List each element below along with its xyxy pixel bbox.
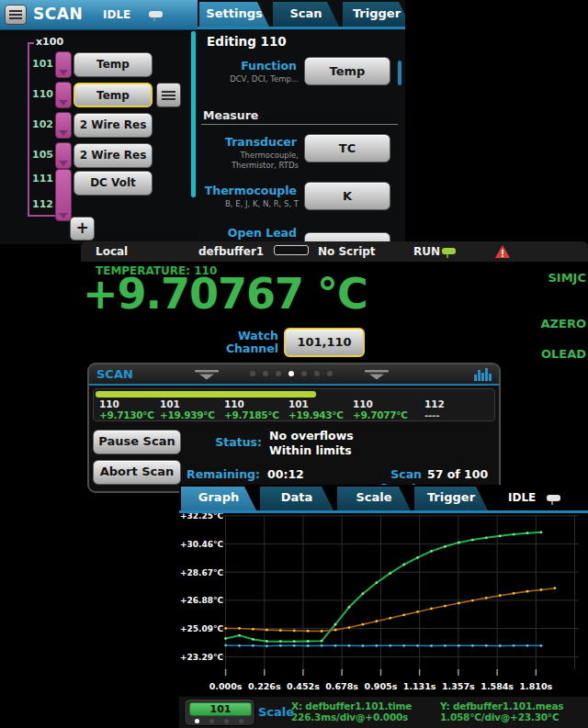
reading-cell: 101+19.943°C [288,398,353,420]
scan-swipe-header[interactable]: SCAN [89,364,499,384]
tab-scan[interactable]: Scan [273,2,339,27]
idle-flag-icon [547,495,560,501]
page-dot[interactable] [276,371,281,376]
channel-slider[interactable] [55,82,72,108]
svg-text:1.584s: 1.584s [481,681,514,691]
page-dot[interactable] [250,371,255,376]
scan-graph[interactable]: 0.000s0.226s0.452s0.678s0.905s1.131s1.35… [179,513,588,697]
add-channel-button[interactable]: + [70,217,95,241]
swipe-page-dots[interactable] [250,371,333,376]
svg-text:0.452s: 0.452s [287,681,320,691]
tab-graph[interactable]: Graph [181,487,256,510]
thermocouple-value-button[interactable]: K [304,182,390,210]
statistics-icon[interactable] [474,367,492,381]
measurement-panel: Local defbuffer1 No Script RUN TEMPERATU… [81,241,588,370]
channel-multiplier-label: x100 [34,36,65,48]
channel-slider[interactable] [55,142,72,169]
comm-mode-label[interactable]: Local [96,245,128,258]
x-axis-scale: 226.3ms/div@+0.000s [291,711,412,722]
tab-scale[interactable]: Scale [337,487,411,510]
channel-options-icon[interactable] [156,83,181,107]
channel-slider[interactable] [55,169,72,221]
svg-text:0.000s: 0.000s [209,681,243,691]
transducer-label: Transducer [198,135,297,149]
flag-simjc: SIMJC [540,271,586,285]
svg-text:0.905s: 0.905s [365,681,398,691]
tab-settings[interactable]: Settings [199,2,269,27]
page-dot[interactable] [327,371,333,376]
channel-number: 111 [28,173,53,185]
tab-trigger[interactable]: Trigger [414,487,488,510]
thermocouple-sublabel: B, E, J, K, N, R, S, T [198,199,299,208]
page-dot[interactable] [239,719,243,723]
channel-number: 101 [28,58,53,70]
svg-text:+25.09°C: +25.09°C [180,624,224,633]
channel-slider[interactable] [55,112,72,139]
channel-slider[interactable] [55,51,72,78]
y-axis-source: Y: defbuffer1.101.meas [440,700,563,711]
channel-panel-header: SCAN IDLE [0,0,198,30]
reading-cell: 110+9.7130°C [99,398,164,420]
buffer-gauge-icon[interactable] [274,245,309,255]
instrument-status-bar: Local defbuffer1 No Script RUN [81,241,588,262]
channel-function-button-selected[interactable]: Temp [74,83,153,107]
watch-channel-label-2: Channel [200,342,278,355]
trace-buffer-chip[interactable]: 101 [184,699,255,726]
channel-function-button[interactable]: DC Volt [74,171,153,196]
settings-panel: Settings Scan Trigger Editing 110 Functi… [198,0,405,248]
collapse-chevron-icon[interactable] [195,370,219,380]
watch-channel-button[interactable]: 101,110 [284,328,365,357]
panel-title: SCAN [33,5,83,23]
svg-text:1.131s: 1.131s [403,681,436,691]
page-dot[interactable] [224,719,229,723]
channel-function-button[interactable]: Temp [74,52,153,77]
warning-icon[interactable] [494,244,511,259]
page-dot[interactable] [314,371,320,376]
svg-text:+26.88°C: +26.88°C [180,596,224,605]
flag-olead: OLEAD [540,347,586,361]
section-divider [201,124,398,125]
chip-page-dots[interactable] [195,719,243,723]
function-label: Function [198,59,297,73]
settings-scrollbar[interactable] [398,61,401,85]
page-dot[interactable] [301,371,307,376]
collapse-chevron-icon[interactable] [365,370,389,380]
channel-function-button[interactable]: 2 Wire Res [74,143,153,168]
tab-trigger[interactable]: Trigger [343,2,405,27]
screen: SCAN IDLE x100 101 110 102 105 111 112 T… [0,0,588,728]
pause-scan-button[interactable]: Pause Scan [93,430,181,454]
thermocouple-label: Thermocouple [198,184,297,197]
y-axis-info: Y: defbuffer1.101.meas 1.058°C/div@+23.3… [440,700,563,722]
status-line-2: Within limits [269,443,352,457]
reading-cell: 110+9.7185°C [224,398,288,420]
remaining-label: Remaining: [181,467,260,481]
channel-scrollbar[interactable] [191,31,196,197]
trace-buffer-chip-label[interactable]: 101 [189,702,252,716]
active-buffer-label[interactable]: defbuffer1 [198,245,264,258]
scan-count-value: 57 of 100 [427,467,488,481]
abort-scan-button[interactable]: Abort Scan [93,460,181,485]
scale-label[interactable]: Scale [258,705,294,719]
graph-bottom-bar: 101 Scale X: defbuffer1.101.time 226.3ms… [179,697,588,728]
header-underline [89,384,499,386]
page-dot[interactable] [288,371,294,376]
channel-number: 112 [28,198,53,210]
transducer-value-button[interactable]: TC [304,134,390,162]
y-axis-scale: 1.058°C/div@+23.30°C [440,711,563,722]
page-dot[interactable] [209,719,214,723]
status-line-1: No overflows [269,429,354,442]
reading-cell: 112---- [424,398,489,420]
function-value-button[interactable]: Temp [304,57,390,85]
scan-swipe-title: SCAN [96,367,133,381]
channel-number: 110 [28,88,53,100]
svg-text:1.357s: 1.357s [442,681,475,691]
page-dot[interactable] [195,719,199,723]
run-state-label[interactable]: RUN [413,245,440,258]
channel-function-button[interactable]: 2 Wire Res [74,113,153,138]
x-axis-source: X: defbuffer1.101.time [291,700,412,711]
tab-data[interactable]: Data [260,487,334,510]
scan-status-panel: SCAN 110+9.7130°C 101+19.939°C 110+9.718… [87,363,501,493]
menu-icon[interactable] [5,5,27,25]
page-dot[interactable] [263,371,268,376]
script-label[interactable]: No Script [318,245,376,258]
